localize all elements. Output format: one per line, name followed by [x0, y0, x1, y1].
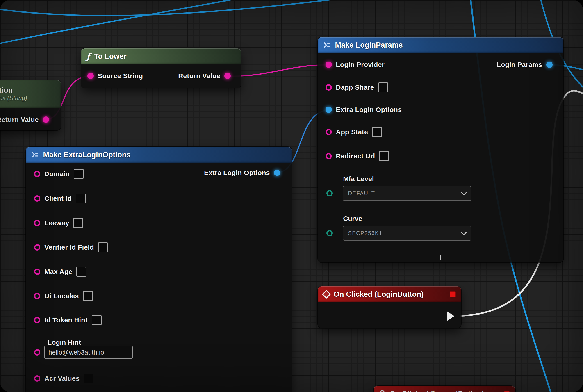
blueprint-graph-canvas[interactable]: tion ox (String) Return Value ƒ To Lower…	[0, 0, 583, 392]
pin-row-mfa-level	[326, 190, 333, 196]
pin-mfa-level[interactable]	[326, 190, 333, 196]
node-partial-string-function[interactable]: tion ox (String) Return Value	[0, 80, 61, 130]
pin-row-curve	[326, 230, 333, 236]
checkbox-client-id[interactable]	[76, 194, 86, 204]
pin-dapp-share[interactable]	[326, 84, 332, 90]
pin-label-ui-locales: Ui Locales	[44, 292, 79, 300]
curve-dropdown[interactable]: SECP256K1	[343, 226, 472, 240]
pin-row-id-token-hint: Id Token Hint	[34, 315, 102, 325]
pin-label-acr-values: Acr Values	[44, 375, 80, 382]
wire-background-blue-1	[0, 0, 244, 44]
dropdown-label-mfa-level: Mfa Level	[343, 175, 374, 183]
node-on-clicked-login-header[interactable]: On Clicked (LoginButton)	[318, 286, 461, 302]
make-struct-icon	[31, 152, 39, 158]
node-collapse-toggle[interactable]	[440, 255, 441, 259]
checkbox-verifier-id-field[interactable]	[98, 242, 108, 252]
pin-client-id[interactable]	[34, 195, 40, 202]
delegate-pin-icon[interactable]	[450, 291, 456, 298]
node-to-lower-header[interactable]: ƒ To Lower	[81, 48, 241, 64]
pin-row-login-hint	[34, 346, 133, 359]
node-partial-title-fragment: tion	[0, 86, 12, 94]
event-diamond-icon	[378, 389, 387, 392]
pin-tolower-return-output[interactable]	[224, 73, 231, 79]
node-make-login-params-title: Make LoginParams	[335, 41, 403, 49]
node-on-clicked-login-button[interactable]: On Clicked (LoginButton)	[318, 286, 461, 328]
checkbox-leeway[interactable]	[73, 218, 83, 228]
pin-label-domain: Domain	[44, 170, 70, 178]
node-partial-header[interactable]: tion ox (String)	[0, 80, 61, 108]
pin-label-login-hint: Login Hint	[48, 338, 81, 346]
checkbox-dapp-share[interactable]	[378, 82, 388, 92]
pin-row-verifier-id-field: Verifier Id Field	[34, 242, 108, 252]
pin-leeway[interactable]	[34, 220, 40, 226]
pin-login-provider[interactable]	[326, 62, 332, 68]
node-make-login-params-header[interactable]: Make LoginParams	[318, 37, 564, 53]
pin-row-partial-return-value: Return Value	[0, 116, 49, 124]
login-hint-input[interactable]	[44, 346, 133, 359]
node-on-clicked-login-title: On Clicked (LoginButton)	[334, 290, 424, 298]
pin-row-ui-locales: Ui Locales	[34, 291, 93, 301]
pin-row-extra-login-options-input: Extra Login Options	[326, 106, 402, 114]
pin-label-app-state: App State	[336, 128, 368, 136]
pin-curve[interactable]	[326, 230, 333, 236]
checkbox-max-age[interactable]	[76, 267, 86, 277]
pin-login-hint[interactable]	[34, 349, 40, 356]
pin-label-extra-login-options-input: Extra Login Options	[336, 106, 402, 114]
pin-extra-login-options-input[interactable]	[326, 106, 332, 113]
checkbox-app-state[interactable]	[372, 127, 382, 137]
pin-row-tolower-return: Return Value	[178, 72, 231, 80]
chevron-down-icon	[461, 189, 467, 196]
pin-source-string[interactable]	[88, 73, 94, 79]
pin-label-dapp-share: Dapp Share	[336, 84, 374, 91]
node-on-clicked-logout-header[interactable]: On Clicked (LogoutButton)	[374, 386, 515, 392]
checkbox-acr-values[interactable]	[84, 374, 94, 384]
node-partial-subtitle-fragment: ox (String)	[0, 94, 27, 102]
node-make-extra-login-options-header[interactable]: Make ExtraLoginOptions	[26, 147, 292, 163]
node-make-extra-login-options[interactable]: Make ExtraLoginOptions Extra Login Optio…	[26, 147, 292, 392]
pin-row-app-state: App State	[326, 127, 382, 137]
pin-row-extra-login-options-output: Extra Login Options	[204, 169, 280, 177]
pin-login-params-output[interactable]	[546, 62, 552, 68]
pin-extra-login-options-output[interactable]	[274, 170, 280, 176]
node-on-clicked-logout-button[interactable]: On Clicked (LogoutButton)	[374, 386, 515, 392]
make-struct-icon	[323, 42, 331, 48]
curve-value: SECP256K1	[348, 230, 382, 236]
pin-app-state[interactable]	[326, 129, 332, 135]
pin-max-age[interactable]	[34, 268, 40, 275]
pin-ui-locales[interactable]	[34, 293, 40, 299]
pin-label-tolower-return: Return Value	[178, 72, 220, 80]
pin-label-login-params-output: Login Params	[497, 61, 542, 68]
pin-row-source-string: Source String	[88, 72, 143, 80]
exec-output-pin[interactable]	[447, 311, 454, 321]
delegate-pin-icon[interactable]	[504, 391, 510, 392]
wire-background-blue-2	[0, 0, 350, 16]
node-make-login-params[interactable]: Make LoginParams Login Provider Login Pa…	[318, 37, 564, 262]
node-to-lower[interactable]: ƒ To Lower Source String Return Value	[81, 48, 241, 88]
pin-id-token-hint[interactable]	[34, 317, 40, 323]
node-on-clicked-logout-title: On Clicked (LogoutButton)	[390, 390, 484, 392]
dropdown-label-curve: Curve	[343, 215, 362, 222]
pin-row-max-age: Max Age	[34, 267, 86, 277]
checkbox-redirect-url[interactable]	[379, 151, 389, 161]
pin-domain[interactable]	[34, 171, 40, 177]
checkbox-ui-locales[interactable]	[83, 291, 93, 301]
pin-label-max-age: Max Age	[44, 268, 72, 276]
node-to-lower-title: To Lower	[94, 52, 126, 60]
pin-row-domain: Domain	[34, 169, 84, 179]
pin-acr-values[interactable]	[34, 375, 40, 382]
pin-return-value-output[interactable]	[43, 116, 49, 123]
pin-label-source-string: Source String	[98, 72, 143, 80]
pin-label-id-token-hint: Id Token Hint	[44, 316, 88, 324]
pin-verifier-id-field[interactable]	[34, 244, 40, 250]
pin-label-login-provider: Login Provider	[336, 61, 384, 68]
mfa-level-value: DEFAULT	[348, 190, 375, 196]
chevron-up-icon	[440, 255, 441, 260]
mfa-level-dropdown[interactable]: DEFAULT	[343, 186, 472, 201]
pin-label-verifier-id-field: Verifier Id Field	[44, 244, 94, 251]
pin-row-leeway: Leeway	[34, 218, 83, 228]
pin-label-extra-login-options-output: Extra Login Options	[204, 169, 270, 177]
checkbox-domain[interactable]	[74, 169, 84, 179]
pin-row-dapp-share: Dapp Share	[326, 82, 388, 92]
pin-redirect-url[interactable]	[326, 153, 332, 159]
checkbox-id-token-hint[interactable]	[92, 315, 102, 325]
